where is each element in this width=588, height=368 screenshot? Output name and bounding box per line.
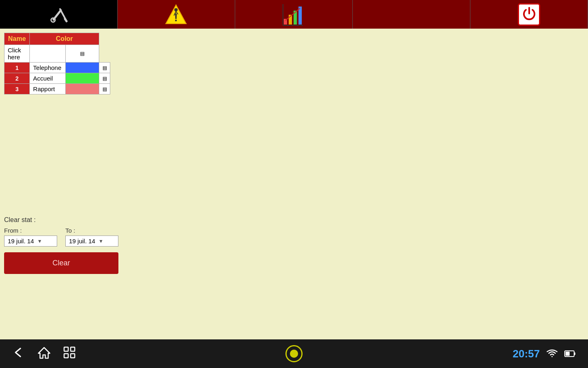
svg-rect-16 <box>64 347 68 351</box>
svg-line-3 <box>65 19 67 21</box>
bottom-nav-center <box>285 345 303 362</box>
from-date-value: 19 juil. 14 <box>8 238 34 245</box>
row-name-rapport[interactable]: Rapport <box>30 84 66 94</box>
clear-stat-label: Clear stat : <box>4 216 118 224</box>
date-range-row: From : 19 juil. 14 ▼ To : 19 juil. 14 ▼ <box>4 227 118 247</box>
power-icon <box>521 6 537 22</box>
settings-tab[interactable] <box>0 0 118 29</box>
click-here-label[interactable]: Click here <box>4 45 30 63</box>
power-tab[interactable] <box>470 0 588 29</box>
table-row-click-here[interactable]: Click here ▤ <box>4 45 110 63</box>
color-picker-accueil[interactable]: ▤ <box>99 73 110 84</box>
clear-button[interactable]: Clear <box>4 252 118 274</box>
empty-tab[interactable] <box>353 0 470 29</box>
home-button[interactable] <box>38 346 51 362</box>
color-picker-telephone[interactable]: ▤ <box>99 63 110 73</box>
table-row-accueil: 2 Accueil ▤ <box>4 73 110 84</box>
svg-rect-22 <box>574 352 575 355</box>
tools-icon <box>49 4 69 25</box>
from-label: From : <box>4 227 57 234</box>
from-date-group: From : 19 juil. 14 ▼ <box>4 227 57 247</box>
clear-stat-section: Clear stat : From : 19 juil. 14 ▼ To : 1… <box>4 216 118 274</box>
bottom-nav-left <box>12 346 76 362</box>
to-date-selector[interactable]: 19 juil. 14 ▼ <box>65 236 118 247</box>
back-icon <box>12 346 25 359</box>
to-date-value: 19 juil. 14 <box>69 238 95 245</box>
row-name-telephone[interactable]: Telephone <box>30 63 66 73</box>
battery-icon <box>564 349 576 358</box>
row-number-1: 1 <box>4 63 30 73</box>
to-label: To : <box>65 227 118 234</box>
power-button-wrap <box>518 3 540 26</box>
color-swatch-accueil[interactable] <box>66 73 99 84</box>
color-picker-rapport[interactable]: ▤ <box>99 84 110 94</box>
category-table: Name Color Click here ▤ 1 Telephone ▤ 2 … <box>4 33 110 94</box>
bottom-nav-right: 20:57 <box>513 348 576 360</box>
svg-rect-21 <box>566 352 570 356</box>
svg-marker-15 <box>38 348 50 358</box>
recents-button[interactable] <box>63 346 76 362</box>
chart-icon <box>282 3 306 26</box>
svg-rect-19 <box>71 354 75 358</box>
table-header-name: Name <box>4 33 30 45</box>
recents-icon <box>63 346 76 359</box>
click-here-color-cell <box>30 45 66 63</box>
from-date-selector[interactable]: 19 juil. 14 ▼ <box>4 236 57 247</box>
table-header-color: Color <box>30 33 99 45</box>
work-in-progress-tab[interactable]: ! <box>118 0 235 29</box>
home-icon <box>38 346 51 359</box>
to-date-arrow: ▼ <box>98 238 103 244</box>
row-number-3: 3 <box>4 84 30 94</box>
time-display: 20:57 <box>513 348 540 360</box>
top-navigation-bar: ! <box>0 0 588 29</box>
table-row-rapport: 3 Rapport ▤ <box>4 84 110 94</box>
back-button[interactable] <box>12 346 25 362</box>
color-swatch-telephone[interactable] <box>66 63 99 73</box>
center-home-dot <box>290 350 298 358</box>
color-swatch-rapport[interactable] <box>66 84 99 94</box>
svg-rect-18 <box>64 354 68 358</box>
row-name-accueil[interactable]: Accueil <box>30 73 66 84</box>
warning-icon: ! <box>165 3 187 26</box>
main-content: Name Color Click here ▤ 1 Telephone ▤ 2 … <box>0 29 588 339</box>
chart-tab[interactable] <box>235 0 353 29</box>
from-date-arrow: ▼ <box>37 238 42 244</box>
wifi-icon <box>546 349 558 358</box>
svg-point-6 <box>174 8 178 11</box>
to-date-group: To : 19 juil. 14 ▼ <box>65 227 118 247</box>
table-row-telephone: 1 Telephone ▤ <box>4 63 110 73</box>
bottom-navigation-bar: 20:57 <box>0 339 588 368</box>
center-home-circle[interactable] <box>285 345 303 362</box>
svg-rect-17 <box>71 347 75 351</box>
click-here-picker[interactable]: ▤ <box>66 45 99 63</box>
row-number-2: 2 <box>4 73 30 84</box>
